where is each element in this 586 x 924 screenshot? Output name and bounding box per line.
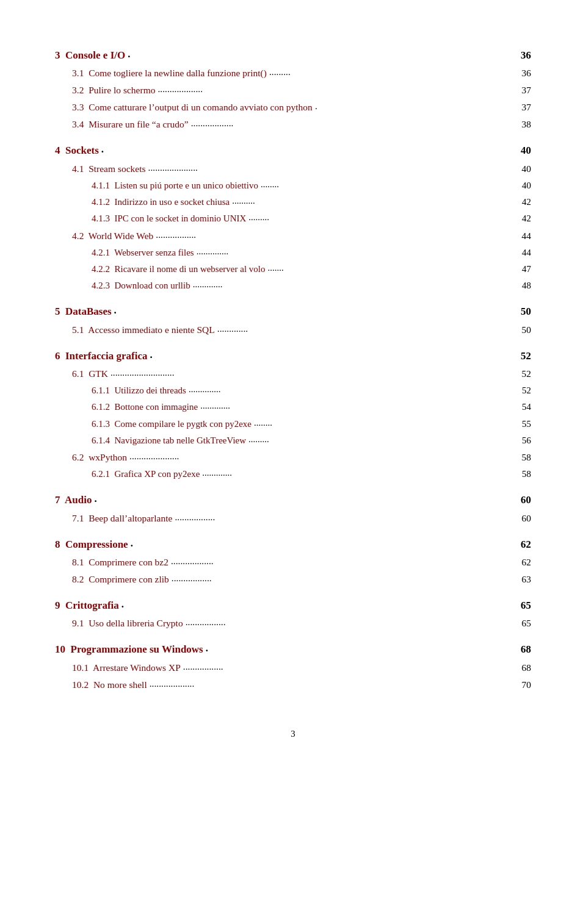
toc-entry: 3.4 Misurare un file “a crudo” .........…	[55, 117, 531, 132]
toc-dots: ........	[261, 177, 519, 192]
toc-page-number: 37	[522, 100, 532, 115]
toc-dots: .....................	[148, 160, 519, 175]
page-footer: 3	[55, 729, 531, 739]
toc-page-number: 65	[522, 616, 532, 631]
toc-entry: 4.1.1 Listen su piú porte e un unico obi…	[55, 179, 531, 193]
toc-dots: .........	[269, 65, 519, 79]
toc-dots: .	[128, 46, 518, 62]
toc-dots: ..............	[197, 245, 519, 259]
toc-page-number: 40	[521, 143, 531, 159]
toc-page-number: 65	[521, 598, 531, 614]
toc-entry: 6.1.3 Come compilare le pygtk con py2exe…	[55, 417, 531, 431]
toc-dots: ..........	[232, 194, 519, 208]
toc-dots: ..............	[189, 382, 519, 396]
toc-entry: 5 DataBases . 50	[55, 304, 531, 320]
toc-entry-label: 6.1.4 Navigazione tab nelle GtkTreeView	[92, 434, 246, 448]
toc-entry: 9 Crittografia . 65	[55, 598, 531, 614]
toc-entry: 10.1 Arrestare Windows XP ..............…	[55, 661, 531, 675]
toc-dots: .............	[217, 321, 519, 336]
toc-dots: .............	[193, 278, 519, 292]
toc-page-number: 50	[522, 323, 532, 337]
toc-entry-label: 6.2 wxPython	[72, 450, 127, 465]
toc-entry-label: 3.3 Come catturare l’output di un comand…	[72, 100, 313, 115]
toc-page-number: 58	[522, 467, 531, 481]
toc-entry: 8.2 Comprimere con zlib ................…	[55, 572, 531, 587]
toc-dots: .............	[202, 466, 519, 480]
toc-page-number: 42	[522, 212, 531, 226]
toc-entry-label: 4.2.3 Download con urllib	[92, 279, 190, 293]
toc-dots: .	[206, 640, 518, 656]
toc-page-number: 40	[522, 179, 531, 193]
toc-page-number: 70	[522, 678, 532, 692]
toc-entry: 8.1 Comprimere con bz2 .................…	[55, 555, 531, 570]
toc-page-number: 52	[522, 367, 532, 381]
toc-dots: ...................	[157, 82, 519, 96]
toc-entry: 10.2 No more shell ................... 7…	[55, 678, 531, 692]
toc-entry-label: 6.1.3 Come compilare le pygtk con py2exe	[92, 417, 251, 431]
toc-page-number: 44	[522, 246, 531, 260]
toc-entry-label: 4.1 Stream sockets	[72, 162, 146, 176]
toc-page-number: 47	[522, 262, 531, 276]
toc-dots: .......	[268, 261, 519, 275]
toc-entry-label: 4.2.1 Webserver senza files	[92, 246, 194, 260]
toc-entry-label: 6.1.1 Utilizzo dei threads	[92, 384, 186, 398]
toc-entry: 7 Audio . 60	[55, 492, 531, 508]
toc-dots: .	[101, 141, 518, 157]
toc-entry-label: 3 Console e I/O	[55, 48, 125, 63]
toc-entry: 4.1.3 IPC con le socket in dominio UNIX …	[55, 212, 531, 226]
toc-entry-label: 8 Compressione	[55, 537, 128, 553]
toc-dots: .................	[186, 615, 519, 629]
toc-entry: 3.3 Come catturare l’output di un comand…	[55, 100, 531, 115]
toc-page-number: 68	[521, 642, 531, 657]
toc-entry-label: 3.4 Misurare un file “a crudo”	[72, 117, 189, 132]
toc-page-number: 48	[522, 279, 531, 293]
toc-dots: ...................	[150, 676, 519, 691]
toc-dots: ...........................	[110, 365, 519, 380]
toc-entry: 4.2.3 Download con urllib ............. …	[55, 279, 531, 293]
toc-entry-label: 4.1.2 Indirizzo in uso e socket chiusa	[92, 195, 230, 209]
toc-page-number: 50	[521, 304, 531, 320]
toc-dots: .	[121, 596, 518, 612]
toc-entry: 9.1 Uso della libreria Crypto ..........…	[55, 616, 531, 631]
toc-entry: 3.2 Pulire lo schermo ..................…	[55, 83, 531, 98]
toc-entry: 6.2 wxPython ..................... 58	[55, 450, 531, 465]
toc-page-number: 40	[522, 162, 532, 176]
toc-entry: 6.1.2 Bottone con immagine .............…	[55, 400, 531, 414]
toc-entry-label: 4 Sockets	[55, 143, 99, 159]
toc-page-number: 55	[522, 417, 531, 431]
toc-entry-label: 5 DataBases	[55, 304, 112, 320]
toc-entry: 4.2 World Wide Web ................. 44	[55, 229, 531, 243]
toc-entry-label: 6 Interfaccia grafica	[55, 348, 148, 364]
toc-entry: 6.1.1 Utilizzo dei threads .............…	[55, 384, 531, 398]
toc-dots: ..................	[191, 116, 519, 131]
toc-entry-label: 10.2 No more shell	[72, 678, 147, 692]
toc-entry: 7.1 Beep dall’altoparlante .............…	[55, 511, 531, 526]
toc-page-number: 44	[522, 229, 532, 243]
toc-entry-label: 6.2.1 Grafica XP con py2exe	[92, 467, 200, 481]
toc-entry: 5.1 Accesso immediato e niente SQL .....…	[55, 323, 531, 337]
toc-dots: ........	[254, 416, 519, 430]
toc-entry: 6.1 GTK ........................... 52	[55, 367, 531, 381]
toc-entry-label: 7.1 Beep dall’altoparlante	[72, 511, 172, 526]
toc-dots: .	[131, 535, 518, 551]
toc-entry-label: 10 Programmazione su Windows	[55, 642, 203, 657]
toc-page-number: 62	[522, 555, 532, 570]
toc-entry-label: 9 Crittografia	[55, 598, 119, 614]
toc-page-number: 52	[521, 348, 531, 364]
toc-entry: 10 Programmazione su Windows . 68	[55, 642, 531, 657]
toc-page-number: 42	[522, 195, 531, 209]
toc-entry-label: 6.1.2 Bottone con immagine	[92, 400, 198, 414]
page-number: 3	[291, 729, 295, 739]
toc-dots: .	[94, 491, 518, 507]
toc-dots: .................	[183, 659, 519, 674]
toc-page-number: 58	[522, 450, 532, 465]
toc-page-number: 60	[521, 492, 531, 508]
toc-page-number: 52	[522, 384, 531, 398]
toc-entry: 3 Console e I/O . 36	[55, 48, 531, 63]
toc-dots: .................	[172, 571, 519, 586]
toc-entry-label: 3.2 Pulire lo schermo	[72, 83, 155, 98]
toc-dots: .....................	[129, 449, 519, 464]
toc-entry: 4.2.2 Ricavare il nome di un webserver a…	[55, 262, 531, 276]
toc-entry-label: 4.2 World Wide Web	[72, 229, 153, 243]
toc-entry: 4.2.1 Webserver senza files ............…	[55, 246, 531, 260]
